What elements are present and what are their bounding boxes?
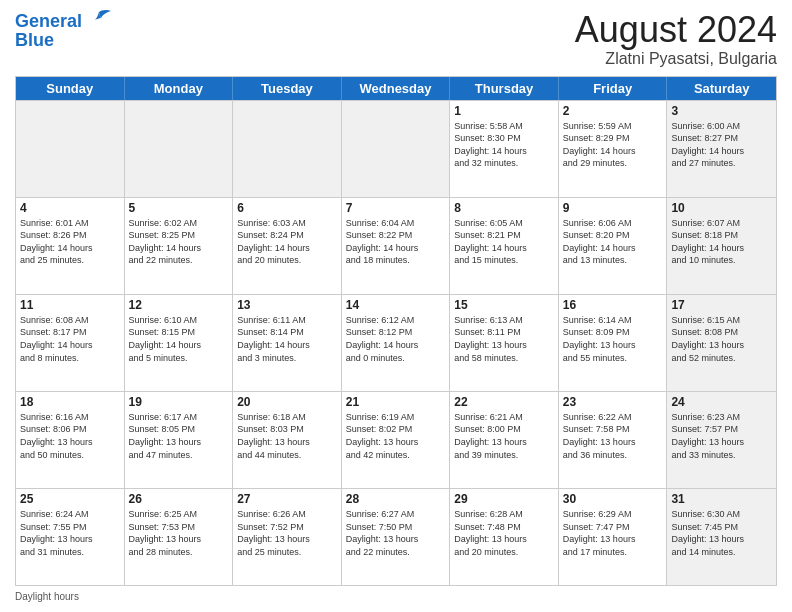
calendar-cell: 24Sunrise: 6:23 AM Sunset: 7:57 PM Dayli… [667,392,776,488]
calendar-cell: 30Sunrise: 6:29 AM Sunset: 7:47 PM Dayli… [559,489,668,585]
day-number: 16 [563,298,663,312]
calendar-cell: 28Sunrise: 6:27 AM Sunset: 7:50 PM Dayli… [342,489,451,585]
calendar-cell: 8Sunrise: 6:05 AM Sunset: 8:21 PM Daylig… [450,198,559,294]
day-number: 8 [454,201,554,215]
calendar-week: 1Sunrise: 5:58 AM Sunset: 8:30 PM Daylig… [16,100,776,197]
day-number: 11 [20,298,120,312]
calendar-body: 1Sunrise: 5:58 AM Sunset: 8:30 PM Daylig… [16,100,776,585]
calendar-cell: 4Sunrise: 6:01 AM Sunset: 8:26 PM Daylig… [16,198,125,294]
day-number: 6 [237,201,337,215]
day-info: Sunrise: 6:26 AM Sunset: 7:52 PM Dayligh… [237,508,337,558]
day-number: 15 [454,298,554,312]
calendar-cell: 6Sunrise: 6:03 AM Sunset: 8:24 PM Daylig… [233,198,342,294]
calendar-cell [233,101,342,197]
header: General Blue August 2024 Zlatni Pyasatsi… [15,10,777,68]
calendar: SundayMondayTuesdayWednesdayThursdayFrid… [15,76,777,586]
calendar-cell: 11Sunrise: 6:08 AM Sunset: 8:17 PM Dayli… [16,295,125,391]
day-number: 25 [20,492,120,506]
calendar-week: 11Sunrise: 6:08 AM Sunset: 8:17 PM Dayli… [16,294,776,391]
day-number: 5 [129,201,229,215]
calendar-header-cell: Thursday [450,77,559,100]
calendar-header-cell: Wednesday [342,77,451,100]
day-info: Sunrise: 6:15 AM Sunset: 8:08 PM Dayligh… [671,314,772,364]
day-number: 19 [129,395,229,409]
day-info: Sunrise: 6:10 AM Sunset: 8:15 PM Dayligh… [129,314,229,364]
logo: General Blue [15,10,113,51]
day-info: Sunrise: 6:28 AM Sunset: 7:48 PM Dayligh… [454,508,554,558]
day-info: Sunrise: 6:17 AM Sunset: 8:05 PM Dayligh… [129,411,229,461]
day-info: Sunrise: 6:22 AM Sunset: 7:58 PM Dayligh… [563,411,663,461]
day-info: Sunrise: 6:30 AM Sunset: 7:45 PM Dayligh… [671,508,772,558]
day-info: Sunrise: 6:29 AM Sunset: 7:47 PM Dayligh… [563,508,663,558]
day-info: Sunrise: 6:01 AM Sunset: 8:26 PM Dayligh… [20,217,120,267]
page-title: August 2024 [575,10,777,50]
day-number: 22 [454,395,554,409]
day-number: 1 [454,104,554,118]
day-number: 30 [563,492,663,506]
day-number: 3 [671,104,772,118]
calendar-cell: 23Sunrise: 6:22 AM Sunset: 7:58 PM Dayli… [559,392,668,488]
calendar-cell: 14Sunrise: 6:12 AM Sunset: 8:12 PM Dayli… [342,295,451,391]
day-number: 26 [129,492,229,506]
day-info: Sunrise: 6:08 AM Sunset: 8:17 PM Dayligh… [20,314,120,364]
calendar-cell: 5Sunrise: 6:02 AM Sunset: 8:25 PM Daylig… [125,198,234,294]
day-info: Sunrise: 6:18 AM Sunset: 8:03 PM Dayligh… [237,411,337,461]
day-number: 20 [237,395,337,409]
calendar-cell: 9Sunrise: 6:06 AM Sunset: 8:20 PM Daylig… [559,198,668,294]
logo-bird-icon [85,6,113,34]
day-number: 23 [563,395,663,409]
day-number: 27 [237,492,337,506]
calendar-cell: 29Sunrise: 6:28 AM Sunset: 7:48 PM Dayli… [450,489,559,585]
calendar-cell: 12Sunrise: 6:10 AM Sunset: 8:15 PM Dayli… [125,295,234,391]
day-number: 14 [346,298,446,312]
day-info: Sunrise: 5:58 AM Sunset: 8:30 PM Dayligh… [454,120,554,170]
day-info: Sunrise: 6:16 AM Sunset: 8:06 PM Dayligh… [20,411,120,461]
calendar-cell [16,101,125,197]
page-subtitle: Zlatni Pyasatsi, Bulgaria [575,50,777,68]
day-number: 24 [671,395,772,409]
calendar-cell: 16Sunrise: 6:14 AM Sunset: 8:09 PM Dayli… [559,295,668,391]
calendar-cell: 26Sunrise: 6:25 AM Sunset: 7:53 PM Dayli… [125,489,234,585]
day-number: 28 [346,492,446,506]
day-info: Sunrise: 5:59 AM Sunset: 8:29 PM Dayligh… [563,120,663,170]
calendar-cell: 2Sunrise: 5:59 AM Sunset: 8:29 PM Daylig… [559,101,668,197]
footer-note: Daylight hours [15,591,777,602]
calendar-week: 18Sunrise: 6:16 AM Sunset: 8:06 PM Dayli… [16,391,776,488]
calendar-cell: 22Sunrise: 6:21 AM Sunset: 8:00 PM Dayli… [450,392,559,488]
day-info: Sunrise: 6:02 AM Sunset: 8:25 PM Dayligh… [129,217,229,267]
day-info: Sunrise: 6:25 AM Sunset: 7:53 PM Dayligh… [129,508,229,558]
calendar-cell: 13Sunrise: 6:11 AM Sunset: 8:14 PM Dayli… [233,295,342,391]
calendar-cell: 20Sunrise: 6:18 AM Sunset: 8:03 PM Dayli… [233,392,342,488]
title-block: August 2024 Zlatni Pyasatsi, Bulgaria [575,10,777,68]
calendar-cell: 17Sunrise: 6:15 AM Sunset: 8:08 PM Dayli… [667,295,776,391]
calendar-cell: 27Sunrise: 6:26 AM Sunset: 7:52 PM Dayli… [233,489,342,585]
calendar-cell [342,101,451,197]
day-info: Sunrise: 6:14 AM Sunset: 8:09 PM Dayligh… [563,314,663,364]
calendar-cell: 19Sunrise: 6:17 AM Sunset: 8:05 PM Dayli… [125,392,234,488]
day-info: Sunrise: 6:07 AM Sunset: 8:18 PM Dayligh… [671,217,772,267]
day-info: Sunrise: 6:05 AM Sunset: 8:21 PM Dayligh… [454,217,554,267]
calendar-header-cell: Monday [125,77,234,100]
day-number: 21 [346,395,446,409]
calendar-header-cell: Friday [559,77,668,100]
day-info: Sunrise: 6:03 AM Sunset: 8:24 PM Dayligh… [237,217,337,267]
day-number: 13 [237,298,337,312]
day-info: Sunrise: 6:12 AM Sunset: 8:12 PM Dayligh… [346,314,446,364]
calendar-cell: 10Sunrise: 6:07 AM Sunset: 8:18 PM Dayli… [667,198,776,294]
logo-general: General [15,12,82,32]
day-info: Sunrise: 6:21 AM Sunset: 8:00 PM Dayligh… [454,411,554,461]
day-info: Sunrise: 6:27 AM Sunset: 7:50 PM Dayligh… [346,508,446,558]
calendar-cell: 1Sunrise: 5:58 AM Sunset: 8:30 PM Daylig… [450,101,559,197]
day-number: 4 [20,201,120,215]
page: General Blue August 2024 Zlatni Pyasatsi… [0,0,792,612]
calendar-cell: 15Sunrise: 6:13 AM Sunset: 8:11 PM Dayli… [450,295,559,391]
day-number: 17 [671,298,772,312]
calendar-cell: 3Sunrise: 6:00 AM Sunset: 8:27 PM Daylig… [667,101,776,197]
calendar-header-cell: Sunday [16,77,125,100]
day-number: 10 [671,201,772,215]
day-info: Sunrise: 6:04 AM Sunset: 8:22 PM Dayligh… [346,217,446,267]
calendar-week: 25Sunrise: 6:24 AM Sunset: 7:55 PM Dayli… [16,488,776,585]
day-number: 2 [563,104,663,118]
calendar-header-cell: Tuesday [233,77,342,100]
calendar-cell: 7Sunrise: 6:04 AM Sunset: 8:22 PM Daylig… [342,198,451,294]
